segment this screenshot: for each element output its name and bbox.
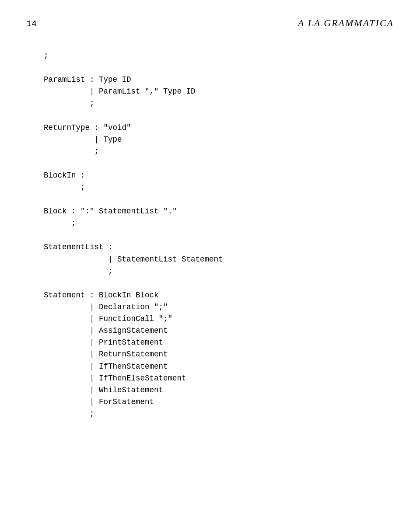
- line-text: | IfThenStatement: [44, 361, 168, 373]
- grammar-line-declaration: | Declaration ";": [44, 301, 394, 313]
- grammar-line: ;: [44, 408, 394, 420]
- grammar-line: Block : ":" StatementList ".": [44, 206, 394, 217]
- line-text: BlockIn :: [44, 170, 85, 181]
- grammar-line: StatementList :: [44, 241, 394, 253]
- grammar-line: | ParamList "," Type ID: [44, 86, 394, 98]
- grammar-line: ;: [44, 217, 394, 229]
- grammar-line: | IfThenElseStatement: [44, 373, 394, 384]
- line-text: ;: [44, 98, 94, 109]
- grammar-line: ;: [44, 146, 394, 157]
- line-text: | ForStatement: [44, 396, 154, 408]
- grammar-line: ;: [44, 265, 394, 277]
- line-text: Block : ":" StatementList ".": [44, 206, 177, 217]
- line-text: | WhileStatement: [44, 384, 163, 396]
- line-text: ;: [44, 50, 49, 62]
- grammar-line: | IfThenStatement: [44, 361, 394, 373]
- grammar-line: ReturnType : "void": [44, 122, 394, 134]
- line-text: | ReturnStatement: [44, 349, 168, 360]
- grammar-line: ;: [44, 181, 394, 193]
- line-text: ReturnType : "void": [44, 122, 131, 134]
- line-text: ;: [44, 146, 99, 157]
- grammar-line: ParamList : Type ID: [44, 74, 394, 86]
- grammar-line: | ForStatement: [44, 396, 394, 408]
- grammar-line: | WhileStatement: [44, 384, 394, 396]
- page-number: 14: [26, 19, 37, 29]
- line-text: | IfThenElseStatement: [44, 373, 186, 384]
- line-text: | Type: [44, 134, 122, 146]
- line-text: | Declaration ";": [44, 301, 168, 313]
- grammar-line: | Type: [44, 134, 394, 146]
- line-text: | ParamList "," Type ID: [44, 86, 196, 98]
- grammar-content: ; ParamList : Type ID | ParamList "," Ty…: [26, 50, 394, 420]
- line-text: ;: [44, 181, 85, 193]
- grammar-line: ;: [44, 50, 394, 62]
- page-container: 14 A LA GRAMMATICA ; ParamList : Type ID…: [0, 0, 420, 530]
- grammar-line: BlockIn :: [44, 170, 394, 181]
- line-text: ;: [44, 408, 94, 420]
- line-text: ;: [44, 217, 76, 229]
- line-text: | AssignStatement: [44, 325, 168, 337]
- line-text: | StatementList Statement: [44, 254, 223, 265]
- page-header: 14 A LA GRAMMATICA: [26, 17, 394, 29]
- line-text: | PrintStatement: [44, 337, 163, 349]
- line-text: ;: [44, 265, 113, 277]
- grammar-line: | PrintStatement: [44, 337, 394, 349]
- line-text: | FunctionCall ";": [44, 313, 172, 325]
- line-text: ParamList : Type ID: [44, 74, 131, 86]
- grammar-line: Statement : BlockIn Block: [44, 289, 394, 301]
- line-text: StatementList :: [44, 241, 113, 253]
- grammar-line: | StatementList Statement: [44, 254, 394, 265]
- grammar-line: | AssignStatement: [44, 325, 394, 337]
- page-title: A LA GRAMMATICA: [298, 17, 394, 29]
- grammar-line: | FunctionCall ";": [44, 313, 394, 325]
- grammar-line: ;: [44, 98, 394, 109]
- grammar-line: | ReturnStatement: [44, 349, 394, 360]
- line-text: Statement : BlockIn Block: [44, 289, 159, 301]
